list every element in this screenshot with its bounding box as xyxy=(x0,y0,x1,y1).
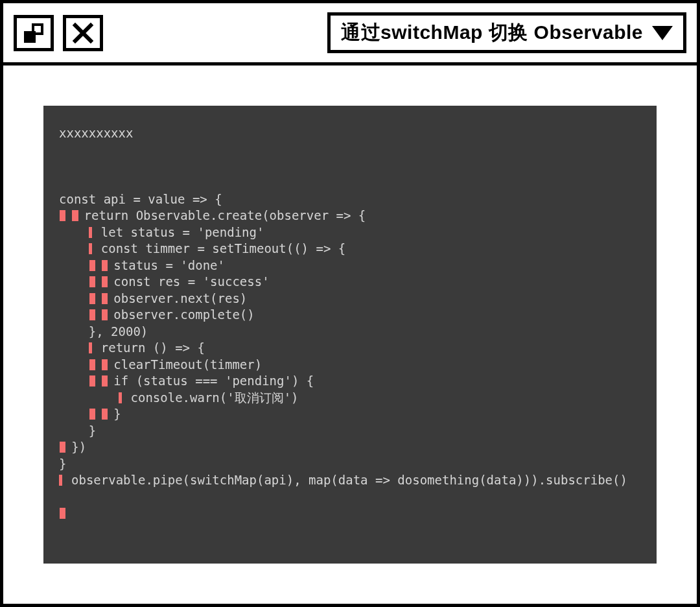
code-line: observable.pipe(switchMap(api), map(data… xyxy=(59,472,641,489)
code-line: console.warn('取消订阅') xyxy=(59,390,641,407)
code-line: }, 2000) xyxy=(59,324,641,340)
code-line: const timmer = setTimeout(() => { xyxy=(59,241,641,257)
code-line: } xyxy=(59,423,641,440)
code-line: clearTimeout(timmer) xyxy=(59,357,641,374)
code-line xyxy=(59,505,641,522)
code-line: status = 'done' xyxy=(59,257,641,274)
code-line: if (status === 'pending') { xyxy=(59,373,641,390)
code-line: return Observable.create(observer => { xyxy=(59,208,641,224)
title-text: 通过switchMap 切换 Observable xyxy=(341,19,643,46)
code-line: } xyxy=(59,456,641,473)
restore-icon xyxy=(24,23,43,43)
close-button[interactable] xyxy=(63,15,103,51)
content-area: xxxxxxxxxx const api = value => { return… xyxy=(3,65,697,604)
minimize-restore-button[interactable] xyxy=(14,15,54,51)
chevron-down-icon xyxy=(652,26,673,40)
window-frame: 通过switchMap 切换 Observable xxxxxxxxxx con… xyxy=(0,0,700,607)
code-editor[interactable]: xxxxxxxxxx const api = value => { return… xyxy=(43,106,657,564)
titlebar: 通过switchMap 切换 Observable xyxy=(3,3,697,65)
titlebar-buttons xyxy=(14,15,103,51)
code-line: xxxxxxxxxx xyxy=(59,125,641,142)
title-dropdown[interactable]: 通过switchMap 切换 Observable xyxy=(327,12,686,53)
code-line: let status = 'pending' xyxy=(59,224,641,241)
code-line: } xyxy=(59,406,641,423)
code-line: observer.next(res) xyxy=(59,291,641,307)
code-line: const api = value => { xyxy=(59,191,641,208)
code-line: observer.complete() xyxy=(59,307,641,324)
code-line: return () => { xyxy=(59,340,641,357)
code-line: }) xyxy=(59,439,641,456)
close-icon xyxy=(72,22,94,44)
code-line: const res = 'success' xyxy=(59,274,641,291)
